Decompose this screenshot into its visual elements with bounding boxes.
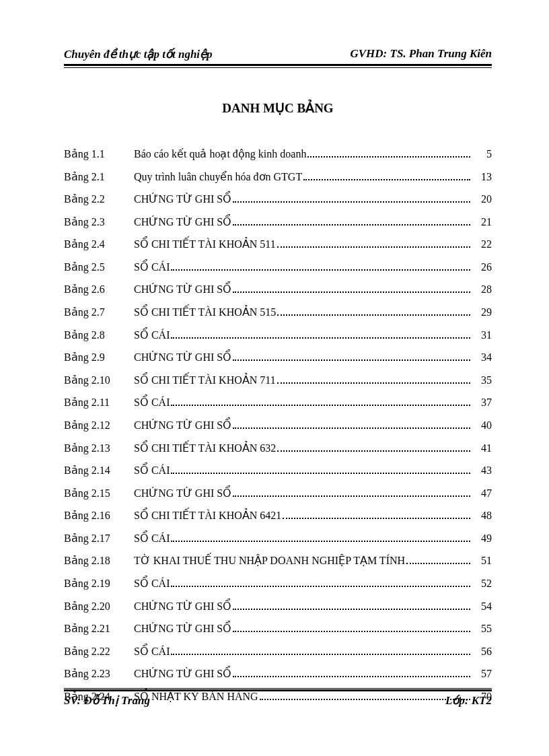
toc-label: Bảng 2.7 <box>64 305 134 320</box>
toc-leader-dots <box>283 518 470 519</box>
toc-leader-dots <box>171 654 470 655</box>
toc-leader-dots <box>303 179 470 180</box>
toc-leader-dots <box>233 631 470 632</box>
toc-row: Bảng 2.1Quy trình luân chuyển hóa đơn GT… <box>64 170 492 184</box>
toc-label: Bảng 2.12 <box>64 418 134 433</box>
toc-label: Bảng 2.8 <box>64 328 134 343</box>
toc-page-number: 40 <box>473 418 492 433</box>
header-left: Chuyên đề thực tập tốt nghiệp <box>64 47 213 61</box>
toc-label: Bảng 2.14 <box>64 463 134 478</box>
toc-description: Báo cáo kết quả hoạt động kinh doanh <box>134 147 306 162</box>
toc-leader-dots <box>233 427 470 429</box>
toc-label: Bảng 2.5 <box>64 260 134 275</box>
toc-description: SỔ CÁI <box>134 463 170 478</box>
toc-description: CHỨNG TỪ GHI SỔ <box>134 215 231 230</box>
toc-description: CHỨNG TỪ GHI SỔ <box>134 621 231 636</box>
toc-page-number: 56 <box>473 644 492 659</box>
toc-row: Bảng 2.15CHỨNG TỪ GHI SỔ47 <box>64 486 492 501</box>
footer-left: SV: Đỗ Thị Trang <box>64 693 150 708</box>
toc-label: Bảng 2.20 <box>64 599 134 614</box>
toc-label: Bảng 2.18 <box>64 553 134 568</box>
toc-page-number: 26 <box>473 260 492 275</box>
toc-leader-dots <box>233 291 470 293</box>
toc-label: Bảng 2.13 <box>64 441 134 456</box>
toc-page-number: 37 <box>473 395 492 410</box>
toc-description: SỔ CHI TIẾT TÀI KHOẢN 511 <box>134 237 276 252</box>
toc-description: SỔ CÁI <box>134 260 170 275</box>
table-of-tables: Bảng 1.1Báo cáo kết quả hoạt động kinh d… <box>64 147 492 704</box>
toc-row: Bảng 2.11SỔ CÁI37 <box>64 395 492 410</box>
toc-leader-dots <box>233 359 470 361</box>
toc-row: Bảng 2.19SỔ CÁI52 <box>64 576 492 591</box>
toc-row: Bảng 2.10SỔ CHI TIẾT TÀI KHOẢN 71135 <box>64 373 492 388</box>
toc-label: Bảng 2.22 <box>64 644 134 659</box>
toc-description: TỜ KHAI THUẾ THU NHẬP DOANH NGHIỆP TẠM T… <box>134 553 405 568</box>
toc-leader-dots <box>233 676 470 677</box>
toc-page-number: 31 <box>473 328 492 343</box>
header-right: GVHD: TS. Phan Trung Kiên <box>351 47 492 61</box>
toc-label: Bảng 2.16 <box>64 508 134 523</box>
toc-row: Bảng 2.12CHỨNG TỪ GHI SỔ40 <box>64 418 492 433</box>
toc-leader-dots <box>277 246 470 248</box>
toc-description: CHỨNG TỪ GHI SỔ <box>134 599 231 614</box>
toc-page-number: 41 <box>473 441 492 456</box>
toc-leader-dots <box>171 541 470 542</box>
page-footer: SV: Đỗ Thị Trang Lớp: KT2 <box>64 688 492 708</box>
toc-row: Bảng 2.17SỔ CÁI49 <box>64 531 492 546</box>
toc-description: SỔ CÁI <box>134 395 170 410</box>
toc-description: SỔ CHI TIẾT TÀI KHOẢN 515 <box>134 305 276 320</box>
toc-page-number: 54 <box>473 599 492 614</box>
toc-row: Bảng 2.9CHỨNG TỪ GHI SỔ34 <box>64 350 492 365</box>
toc-label: Bảng 2.6 <box>64 282 134 297</box>
toc-label: Bảng 2.15 <box>64 486 134 501</box>
page-header: Chuyên đề thực tập tốt nghiệp GVHD: TS. … <box>64 47 492 64</box>
toc-description: SỔ CÁI <box>134 576 170 591</box>
header-rule-thick <box>64 64 492 66</box>
toc-row: Bảng 2.13SỔ CHI TIẾT TÀI KHOẢN 63241 <box>64 441 492 456</box>
toc-page-number: 55 <box>473 621 492 636</box>
toc-row: Bảng 2.2CHỨNG TỪ GHI SỔ20 <box>64 192 492 207</box>
toc-description: SỔ CHI TIẾT TÀI KHOẢN 6421 <box>134 508 281 523</box>
toc-row: Bảng 2.22SỔ CÁI56 <box>64 644 492 659</box>
toc-description: SỔ CHI TIẾT TÀI KHOẢN 711 <box>134 373 276 388</box>
toc-label: Bảng 2.17 <box>64 531 134 546</box>
toc-description: CHỨNG TỪ GHI SỔ <box>134 486 231 501</box>
toc-description: CHỨNG TỪ GHI SỔ <box>134 350 231 365</box>
toc-description: CHỨNG TỪ GHI SỔ <box>134 282 231 297</box>
toc-page-number: 21 <box>473 215 492 230</box>
toc-description: SỔ CHI TIẾT TÀI KHOẢN 632 <box>134 441 276 456</box>
toc-leader-dots <box>233 495 470 497</box>
toc-page-number: 22 <box>473 237 492 252</box>
toc-label: Bảng 2.21 <box>64 621 134 636</box>
toc-row: Bảng 1.1Báo cáo kết quả hoạt động kinh d… <box>64 147 492 162</box>
toc-description: CHỨNG TỪ GHI SỔ <box>134 418 231 433</box>
footer-rule-thick <box>64 689 492 691</box>
toc-label: Bảng 2.19 <box>64 576 134 591</box>
toc-row: Bảng 2.3CHỨNG TỪ GHI SỔ21 <box>64 215 492 230</box>
toc-label: Bảng 1.1 <box>64 147 134 162</box>
toc-page-number: 5 <box>473 147 492 162</box>
toc-row: Bảng 2.16SỔ CHI TIẾT TÀI KHOẢN 642148 <box>64 508 492 523</box>
toc-leader-dots <box>406 563 470 564</box>
toc-row: Bảng 2.4SỔ CHI TIẾT TÀI KHOẢN 51122 <box>64 237 492 252</box>
toc-row: Bảng 2.18TỜ KHAI THUẾ THU NHẬP DOANH NGH… <box>64 553 492 568</box>
toc-row: Bảng 2.5SỔ CÁI26 <box>64 260 492 275</box>
page-title: DANH MỤC BẢNG <box>64 100 492 116</box>
toc-row: Bảng 2.21CHỨNG TỪ GHI SỔ55 <box>64 621 492 636</box>
toc-page-number: 20 <box>473 192 492 207</box>
toc-label: Bảng 2.11 <box>64 395 134 410</box>
toc-label: Bảng 2.4 <box>64 237 134 252</box>
toc-leader-dots <box>233 201 470 203</box>
toc-leader-dots <box>171 337 470 339</box>
toc-leader-dots <box>171 586 470 587</box>
toc-page-number: 51 <box>473 553 492 568</box>
toc-row: Bảng 2.6CHỨNG TỪ GHI SỔ28 <box>64 282 492 297</box>
toc-description: SỔ CÁI <box>134 644 170 659</box>
toc-page-number: 28 <box>473 282 492 297</box>
toc-leader-dots <box>171 405 470 406</box>
toc-label: Bảng 2.9 <box>64 350 134 365</box>
toc-row: Bảng 2.23CHỨNG TỪ GHI SỔ57 <box>64 666 492 681</box>
toc-row: Bảng 2.8SỔ CÁI31 <box>64 328 492 343</box>
toc-page-number: 35 <box>473 373 492 388</box>
toc-label: Bảng 2.23 <box>64 666 134 681</box>
